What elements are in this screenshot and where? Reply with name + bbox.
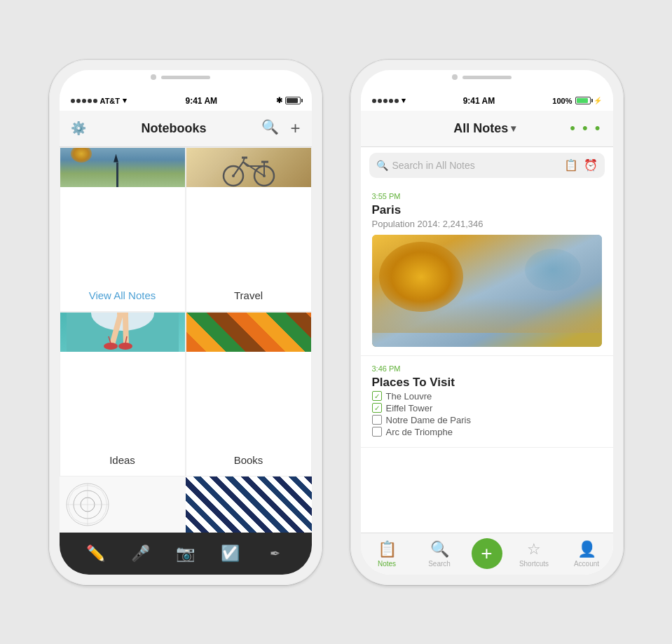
microphone-icon[interactable]: 🎤 — [127, 540, 155, 568]
search-actions: 📋 ⏰ — [564, 158, 598, 172]
battery-fill — [287, 98, 298, 103]
travel-cover — [186, 148, 311, 187]
all-notes-title[interactable]: All Notes ▾ — [453, 121, 516, 136]
clock-2: 9:41 AM — [463, 96, 495, 106]
signal-dots-2 — [372, 99, 399, 103]
wifi-icon-2: ▾ — [402, 96, 406, 105]
checklist-text-2: Eiffel Tower — [386, 403, 433, 413]
status-left-2: ▾ — [372, 96, 406, 105]
status-bar-1: AT&T ▾ 9:41 AM ✱ — [60, 91, 312, 111]
tab-notes[interactable]: 📋 Notes — [361, 540, 413, 568]
wifi-icon: ▾ — [123, 96, 127, 105]
ideas-cover — [60, 313, 185, 352]
bicycle-svg — [221, 148, 277, 187]
checkbox-3 — [372, 415, 382, 425]
tab-search[interactable]: 🔍 Search — [413, 540, 466, 568]
svg-point-19 — [104, 343, 118, 350]
alarm-icon[interactable]: ⏰ — [584, 158, 598, 172]
notebook-books[interactable]: Books — [186, 312, 312, 477]
travel-label: Travel — [234, 285, 263, 306]
status-right-2: 100% ⚡ — [552, 97, 601, 105]
checklist-text-3: Notre Dame de Paris — [386, 415, 471, 425]
notebooks-grid: Paris Population 2014:2,241,346 View All… — [60, 147, 312, 533]
sketch-cover — [60, 477, 186, 533]
carrier-name: AT&T — [100, 97, 121, 105]
phones-container: AT&T ▾ 9:41 AM ✱ ⚙️ Notebooks 🔍 + — [21, 32, 652, 613]
phone-2: ▾ 9:41 AM 100% ⚡ All Notes ▾ • • — [350, 60, 624, 585]
shortcuts-tab-icon: ☆ — [527, 540, 541, 559]
note-places-time: 3:46 PM — [372, 364, 602, 373]
nav-actions-1: 🔍 + — [261, 118, 300, 138]
phone-1: AT&T ▾ 9:41 AM ✱ ⚙️ Notebooks 🔍 + — [49, 60, 322, 585]
notebook-travel[interactable]: Travel — [186, 147, 312, 312]
settings-icon[interactable]: ⚙️ — [71, 121, 86, 136]
search-placeholder: Search in All Notes — [392, 160, 475, 171]
tab-shortcuts[interactable]: ☆ Shortcuts — [508, 540, 561, 568]
svg-line-5 — [243, 162, 264, 176]
notebook-partial-1[interactable] — [60, 477, 186, 533]
charging-icon: ⚡ — [594, 97, 602, 104]
tab-account[interactable]: 👤 Account — [561, 540, 613, 568]
search-tab-icon: 🔍 — [430, 540, 449, 559]
tab-add[interactable]: + — [466, 538, 508, 569]
reminders-icon[interactable]: 📋 — [564, 158, 578, 172]
checkbox-4 — [372, 427, 382, 437]
notebook-ideas[interactable]: Ideas — [60, 312, 186, 477]
battery-2 — [575, 97, 591, 104]
speaker — [161, 76, 210, 79]
svg-point-20 — [118, 343, 132, 350]
shortcuts-tab-label: Shortcuts — [519, 560, 549, 568]
battery-1 — [285, 97, 301, 104]
checklist-text-1: The Louvre — [386, 391, 432, 402]
svg-line-6 — [233, 162, 243, 176]
page-title-2: All Notes — [453, 121, 508, 136]
status-bar-2: ▾ 9:41 AM 100% ⚡ — [361, 91, 613, 111]
note-places-title: Places To Visit — [372, 376, 602, 390]
notes-list: 3:55 PM Paris Population 2014: 2,241,346 — [361, 184, 613, 533]
sketch-icon[interactable]: ✒ — [261, 540, 289, 568]
more-options-icon[interactable]: • • • — [570, 119, 601, 137]
bottom-nav-2: 📋 Notes 🔍 Search + ☆ Shortcuts 👤 Account — [361, 533, 613, 575]
battery-percent: 100% — [552, 97, 572, 105]
battery-fill-2 — [577, 98, 588, 103]
front-camera-2 — [452, 74, 458, 80]
note-paris[interactable]: 3:55 PM Paris Population 2014: 2,241,346 — [361, 184, 613, 356]
front-camera — [151, 74, 156, 80]
navbar-2: All Notes ▾ • • • — [361, 111, 613, 147]
note-paris-preview: Population 2014: 2,241,346 — [372, 219, 602, 229]
speaker-2 — [462, 76, 512, 79]
chevron-down-icon: ▾ — [511, 123, 516, 134]
checklist-item-3: Notre Dame de Paris — [372, 415, 602, 425]
clock-1: 9:41 AM — [185, 96, 217, 106]
navbar-1: ⚙️ Notebooks 🔍 + — [60, 111, 312, 147]
checklist-item-4: Arc de Triomphe — [372, 427, 602, 437]
camera-icon[interactable]: 📷 — [172, 540, 200, 568]
ballet-image — [60, 313, 185, 352]
note-places[interactable]: 3:46 PM Places To Visit ✓ The Louvre ✓ E… — [361, 356, 613, 448]
books-cover — [186, 313, 311, 352]
checkbox-icon[interactable]: ☑️ — [217, 540, 245, 568]
notes-tab-icon: 📋 — [378, 540, 397, 559]
phone-1-notch — [60, 70, 312, 91]
view-all-label: View All Notes — [89, 285, 156, 306]
search-icon-2: 🔍 — [376, 160, 388, 171]
edit-icon[interactable]: ✏️ — [82, 540, 110, 568]
add-notebook-button[interactable]: + — [290, 118, 300, 138]
search-button[interactable]: 🔍 — [261, 118, 279, 138]
checklist-item-2: ✓ Eiffel Tower — [372, 403, 602, 413]
paris-cover-image — [60, 148, 185, 187]
note-paris-image — [372, 235, 602, 347]
notebook-view-all[interactable]: Paris Population 2014:2,241,346 View All… — [60, 147, 186, 312]
notebook-partial-2[interactable] — [186, 477, 312, 533]
phone-2-screen: ▾ 9:41 AM 100% ⚡ All Notes ▾ • • — [361, 70, 613, 575]
search-tab-label: Search — [428, 560, 451, 568]
signal-dots — [71, 99, 97, 103]
ballet-svg — [60, 313, 185, 352]
travel-image — [186, 148, 311, 187]
account-tab-icon: 👤 — [577, 540, 596, 559]
bottom-nav-1: ✏️ 🎤 📷 ☑️ ✒ — [60, 533, 312, 575]
page-title-1: Notebooks — [141, 121, 206, 136]
account-tab-label: Account — [574, 560, 599, 568]
search-bar[interactable]: 🔍 Search in All Notes 📋 ⏰ — [369, 153, 605, 178]
add-note-button[interactable]: + — [472, 538, 502, 569]
